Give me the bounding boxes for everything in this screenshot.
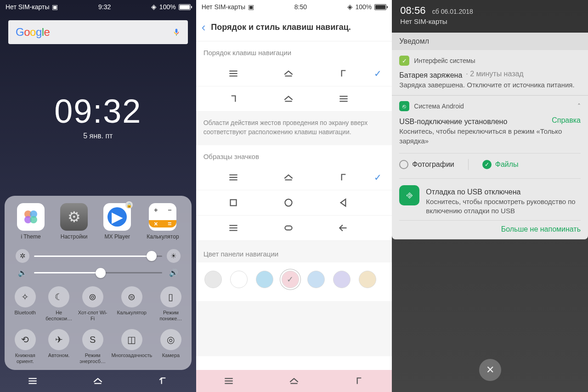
recent-apps-row: i Theme ⚙ Настройки 🔒▶ MX Player +−×= Ка… bbox=[9, 203, 187, 240]
svg-point-3 bbox=[30, 216, 37, 223]
usb-debug-subnotif[interactable]: ⎆ Отладка по USB отключена Коснитесь, чт… bbox=[399, 178, 581, 216]
sub-title: Отладка по USB отключена bbox=[426, 188, 581, 196]
color-swatch[interactable] bbox=[307, 271, 325, 288]
clock-date: 5 янв. пт bbox=[0, 132, 196, 140]
phone-settings: Нет SIM-карты ▣ 8:50 ◈ 100% ‹ Порядок и … bbox=[196, 0, 392, 392]
icon-style-option-3[interactable] bbox=[196, 216, 392, 241]
usb-mode-photos[interactable]: Фотографии bbox=[399, 160, 454, 169]
section-icon-samples: Образцы значков bbox=[196, 145, 392, 165]
wifi-icon: ◈ bbox=[347, 3, 353, 11]
color-swatch[interactable] bbox=[333, 271, 351, 288]
google-search-bar[interactable]: Google bbox=[8, 20, 188, 44]
clock-widget: 09:32 5 янв. пт bbox=[0, 92, 196, 140]
app-calculator[interactable]: +−×= Калькулятор bbox=[147, 203, 179, 240]
usb-mode-files[interactable]: Файлы bbox=[482, 160, 519, 169]
shade-time: 08:56 bbox=[400, 5, 425, 17]
toggle-dnd[interactable]: ☾Не беспокои… bbox=[43, 284, 74, 324]
color-swatch[interactable] bbox=[256, 271, 273, 288]
brightness-high-icon[interactable]: ☀ bbox=[167, 249, 181, 263]
status-battery-pct: 100% bbox=[159, 3, 176, 11]
powersave-icon: S bbox=[82, 329, 103, 350]
svg-rect-20 bbox=[231, 199, 237, 205]
battery-icon bbox=[374, 4, 386, 10]
app-settings[interactable]: ⚙ Настройки bbox=[60, 203, 88, 240]
toggle-calculator[interactable]: ⊜Калькулятор bbox=[110, 284, 153, 324]
notif-app-name: Система Android bbox=[414, 102, 464, 110]
wifi-icon: ◈ bbox=[151, 3, 157, 11]
status-bar: Нет SIM-карты ▣ 9:32 ◈ 100% bbox=[0, 0, 196, 14]
hotspot-icon: ⊚ bbox=[82, 286, 103, 307]
toggle-powersave[interactable]: SРежим энергосб… bbox=[77, 326, 108, 367]
status-sim: Нет SIM-карты bbox=[6, 3, 49, 11]
color-swatch[interactable] bbox=[282, 271, 299, 288]
notif-body: Коснитесь, чтобы переключиться в режим «… bbox=[399, 127, 581, 146]
google-logo: Google bbox=[16, 26, 50, 39]
notif-time: · 2 минуты назад bbox=[466, 70, 523, 78]
notif-title: USB-подключение установлено bbox=[399, 118, 507, 126]
app-itheme[interactable]: i Theme bbox=[17, 203, 45, 240]
nav-back[interactable] bbox=[147, 375, 180, 387]
clock-time: 09:32 bbox=[0, 92, 196, 130]
back-button[interactable]: ‹ bbox=[202, 20, 206, 34]
notification-battery[interactable]: ✓ Интерфейс системы Батарея заряжена · 2… bbox=[392, 50, 588, 96]
navbar bbox=[196, 370, 392, 392]
notification-usb[interactable]: ⎋ Система Android ˄ USB-подключение уста… bbox=[392, 96, 588, 239]
volume-high-icon: 🔊 bbox=[167, 268, 181, 277]
color-swatch[interactable] bbox=[359, 271, 376, 288]
toggle-bluetooth[interactable]: ✧Bluetooth bbox=[9, 284, 41, 324]
battery-low-icon: ▯ bbox=[160, 286, 181, 307]
quick-toggles: ✧Bluetooth ☾Не беспокои… ⊚Хот-спот Wi-Fi… bbox=[9, 284, 187, 367]
brightness-low-icon[interactable]: ✲ bbox=[16, 249, 29, 263]
calculator-icon: ⊜ bbox=[121, 286, 142, 307]
bluetooth-icon: ✧ bbox=[15, 286, 36, 307]
shade-date: сб 06.01.2018 bbox=[432, 8, 473, 15]
notif-title: Батарея заряжена bbox=[399, 71, 462, 80]
phone-home: Нет SIM-карты ▣ 9:32 ◈ 100% Google 09:32… bbox=[0, 0, 196, 392]
status-time: 8:50 bbox=[294, 3, 307, 11]
page-title: Порядок и стиль клавиш навигац. bbox=[211, 23, 351, 32]
nav-recents[interactable] bbox=[17, 375, 49, 387]
toggle-airplane[interactable]: ✈Автоном. bbox=[43, 326, 74, 367]
sub-body: Коснитесь, чтобы просмотреть руководство… bbox=[426, 197, 581, 216]
app-mxplayer[interactable]: 🔒▶ MX Player bbox=[103, 203, 131, 240]
usb-mode-options: Фотографии Файлы bbox=[399, 153, 581, 170]
nav-recents[interactable] bbox=[213, 375, 245, 387]
toggle-hotspot[interactable]: ⊚Хот-спот Wi-Fi bbox=[77, 284, 108, 324]
nav-order-option-1[interactable]: ✓ bbox=[196, 61, 392, 86]
icon-style-option-1[interactable]: ✓ bbox=[196, 165, 392, 190]
nav-back[interactable] bbox=[343, 375, 375, 387]
volume-low-icon: 🔈 bbox=[16, 268, 29, 277]
settings-header: ‹ Порядок и стиль клавиш навигац. bbox=[196, 14, 392, 41]
shield-icon: ▣ bbox=[248, 3, 254, 11]
section-nav-color: Цвет панели навигации bbox=[196, 241, 392, 262]
mic-icon[interactable] bbox=[172, 27, 181, 38]
toggle-lowpower[interactable]: ▯Режим пониже… bbox=[155, 284, 187, 324]
navbar bbox=[0, 370, 196, 392]
moon-icon: ☾ bbox=[48, 286, 69, 307]
toggle-camera[interactable]: ◎Камера bbox=[155, 326, 187, 367]
nav-home[interactable] bbox=[278, 375, 310, 387]
volume-slider[interactable]: 🔈 🔊 bbox=[9, 266, 187, 280]
section-nav-order: Порядок клавиш навигации bbox=[196, 41, 392, 61]
dismiss-all-button[interactable]: ✕ bbox=[479, 359, 501, 381]
status-bar: Нет SIM-карты ▣ 8:50 ◈ 100% bbox=[196, 0, 392, 14]
toggle-orientation[interactable]: ⟲Книжная ориент. bbox=[9, 326, 41, 367]
check-icon: ✓ bbox=[371, 68, 382, 79]
dont-remind-action[interactable]: Больше не напоминать bbox=[501, 225, 581, 233]
chevron-up-icon[interactable]: ˄ bbox=[577, 102, 581, 110]
nav-home[interactable] bbox=[82, 375, 114, 387]
nav-order-option-2[interactable] bbox=[196, 86, 392, 112]
brightness-slider[interactable]: ✲ ☀ bbox=[9, 246, 187, 266]
shade-header: 08:56 сб 06.01.2018 Нет SIM-карты bbox=[392, 0, 588, 28]
radio-on-icon bbox=[482, 160, 492, 169]
toggle-multitask[interactable]: ◫Многозадачность bbox=[110, 326, 153, 367]
system-ui-icon: ✓ bbox=[399, 56, 409, 66]
check-icon: ✓ bbox=[371, 172, 382, 183]
battery-icon bbox=[179, 4, 191, 10]
status-battery-pct: 100% bbox=[356, 3, 372, 11]
help-link[interactable]: Справка bbox=[552, 116, 581, 125]
color-swatch[interactable] bbox=[204, 271, 222, 288]
color-swatch[interactable] bbox=[230, 271, 248, 288]
icon-style-option-2[interactable] bbox=[196, 190, 392, 216]
notif-app-name: Интерфейс системы bbox=[414, 57, 475, 64]
